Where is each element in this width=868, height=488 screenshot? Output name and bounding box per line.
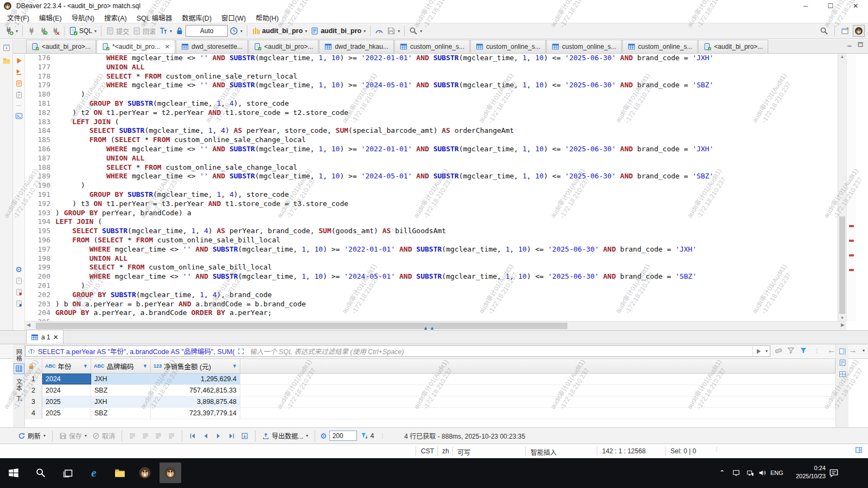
tab-close-icon[interactable]: ✕ <box>165 43 170 50</box>
more-actions-icon[interactable]: ⋯ <box>16 102 22 108</box>
status-panel-icon[interactable] <box>855 446 863 455</box>
column-menu-icon[interactable]: ▼ <box>143 363 148 369</box>
database-select[interactable]: audit_bi_pro▾ <box>250 25 309 36</box>
grid-cell[interactable]: SBZ <box>91 408 151 419</box>
nav-forward-icon[interactable]: → <box>848 345 857 355</box>
filter-settings-icon[interactable] <box>787 346 795 354</box>
add-row-button[interactable] <box>127 431 138 441</box>
save-task-button[interactable]: ▾ <box>385 25 401 36</box>
grid-cell[interactable]: 1,295,629.4 <box>151 374 240 384</box>
menu-item[interactable]: 数据库(D) <box>177 11 216 24</box>
row-number[interactable]: 3 <box>25 396 42 407</box>
quick-search-icon[interactable] <box>820 27 828 35</box>
grid-cell[interactable]: JXH <box>91 396 151 407</box>
taskbar-clock[interactable]: 0:24 2025/10/23 <box>796 464 826 480</box>
output-console-icon[interactable] <box>15 112 23 120</box>
clipboard-icon[interactable] <box>15 91 23 99</box>
commit-button[interactable]: 提交 <box>104 25 131 37</box>
nav-back-icon[interactable]: ← <box>827 345 836 355</box>
editor-tab[interactable]: <audit_bi_pro>... <box>698 40 768 53</box>
value-panel-icon[interactable] <box>839 348 846 355</box>
search-button[interactable]: ▾ <box>407 25 424 36</box>
refresh-button[interactable]: 刷新▾ <box>16 430 47 441</box>
dbeaver-perspective-button[interactable] <box>853 25 865 37</box>
column-header[interactable]: 123净销售金额 (元)▼ <box>151 359 240 373</box>
tx-filter-button[interactable]: ▾ <box>157 25 174 36</box>
column-menu-icon[interactable]: ▼ <box>232 363 237 369</box>
grid-cell[interactable]: SBZ <box>91 385 151 396</box>
editor-vertical-scrollbar[interactable]: ▲ ▼ <box>838 54 846 321</box>
presentation-textpres[interactable] <box>14 393 24 404</box>
sql-editor[interactable]: WHERE mgclear_time <> '' AND SUBSTR(mgcl… <box>55 54 838 321</box>
navigator-folder-icon[interactable] <box>3 57 10 65</box>
expand-filter-icon[interactable] <box>238 348 244 355</box>
filter-history-dropdown-icon[interactable]: ▾ <box>765 349 768 354</box>
metadata-panel-icon[interactable] <box>839 370 846 378</box>
disconnect-button[interactable] <box>49 25 61 36</box>
menu-item[interactable]: 导航(N) <box>67 11 99 24</box>
sql-editor-button[interactable]: SQL▾ <box>67 25 98 36</box>
copy-row-button[interactable] <box>140 431 151 441</box>
schema-select[interactable]: audit_bi_pro▾ <box>309 25 367 36</box>
row-number[interactable]: 2 <box>25 385 42 396</box>
dashboard-button[interactable] <box>373 25 385 36</box>
next-page-button[interactable] <box>213 431 224 441</box>
table-row[interactable]: 32025JXH3,898,875.48 <box>25 396 835 408</box>
maximize-button[interactable]: ☐ <box>818 0 843 12</box>
script-doc-settings-icon[interactable] <box>15 300 23 307</box>
action-center-icon[interactable] <box>827 466 841 480</box>
filter-input[interactable]: SELECT a.perYear AS "年份", a.brandCode AS… <box>25 345 770 357</box>
clear-filter-icon[interactable] <box>775 346 782 354</box>
dbeaver-taskbar-icon[interactable] <box>138 466 152 480</box>
tray-expand-icon[interactable]: ⌃ <box>715 466 729 480</box>
editor-tab[interactable]: <audit_bi_pro>... <box>26 40 96 53</box>
delete-row-button[interactable] <box>153 431 164 441</box>
ie-icon[interactable]: e <box>87 466 101 480</box>
minimize-button[interactable]: ─ <box>793 0 818 12</box>
status-caret-position[interactable]: 142 : 1 : 12568 <box>602 447 646 455</box>
fetch-size-input[interactable]: 200 <box>329 431 357 441</box>
maximize-results-sash[interactable]: ▲▲ <box>423 325 436 331</box>
apply-filter-icon[interactable] <box>755 348 762 355</box>
execute-script-icon[interactable] <box>15 68 23 76</box>
table-row[interactable]: 22024SBZ757,462,815.33 <box>25 385 835 396</box>
autocommit-lock-button[interactable] <box>174 25 186 36</box>
table-row[interactable]: 42025SBZ723,397,779.14 <box>25 408 835 419</box>
tray-volume-icon[interactable] <box>755 466 769 480</box>
restore-panel-icon[interactable] <box>3 44 10 52</box>
editor-tab[interactable]: *<audit_bi_pro...✕ <box>97 40 175 53</box>
prev-page-button[interactable] <box>200 431 211 441</box>
menu-item[interactable]: SQL 编辑器 <box>132 11 177 24</box>
export-button[interactable]: 导出数据...▾ <box>260 430 310 441</box>
result-grid[interactable]: ABC年份▼ABC品牌编码▼123净销售金额 (元)▼12024JXH1,295… <box>25 359 835 427</box>
menu-item[interactable]: 文件(F) <box>2 11 34 24</box>
reconnect-button[interactable] <box>37 25 49 36</box>
grid-settings-gear-icon[interactable]: ⚙ <box>320 432 327 440</box>
menu-item[interactable]: 帮助(H) <box>251 11 283 24</box>
editor-tab[interactable]: <audit_bi_pro>... <box>248 40 318 53</box>
dbeaver-taskbar-icon-active[interactable] <box>163 466 177 480</box>
commit-mode-combo[interactable]: Auto <box>186 25 228 37</box>
taskbar-language[interactable]: ENG <box>770 470 783 476</box>
script-doc-icon[interactable] <box>15 277 23 285</box>
editor-tab[interactable]: dwd_trade_hkau... <box>319 40 394 53</box>
grid-cell[interactable]: 3,898,875.48 <box>151 396 240 407</box>
execute-statement-icon[interactable] <box>15 57 23 65</box>
file-explorer-icon[interactable] <box>113 466 127 480</box>
menu-item[interactable]: 搜索(A) <box>99 11 132 24</box>
last-page-button[interactable] <box>226 431 237 441</box>
column-header[interactable]: ABC年份▼ <box>42 359 91 373</box>
settings-gear-icon[interactable]: ⚙ <box>15 266 22 273</box>
custom-filter-icon[interactable] <box>800 346 807 354</box>
task-view-icon[interactable] <box>61 466 75 480</box>
grid-cell[interactable]: 2024 <box>42 374 91 384</box>
close-button[interactable]: ✕ <box>843 0 868 12</box>
rollback-button[interactable]: 回滚 <box>131 25 157 37</box>
tray-tablet-icon[interactable] <box>729 466 743 480</box>
taskbar-search-icon[interactable] <box>34 466 48 480</box>
row-header-column[interactable] <box>25 359 42 373</box>
editor-tab[interactable]: custom_online_s... <box>394 40 470 53</box>
cancel-button[interactable]: 取消 <box>91 430 117 441</box>
tx-log-button[interactable]: ▾ <box>228 25 244 36</box>
editor-tab[interactable]: custom_online_s... <box>470 40 546 53</box>
